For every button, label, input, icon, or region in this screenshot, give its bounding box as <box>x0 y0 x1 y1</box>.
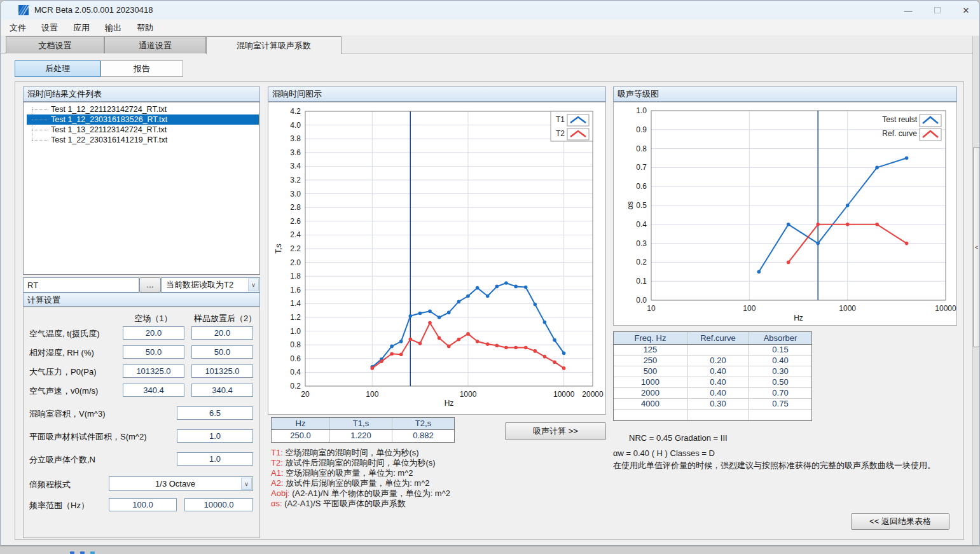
grade-table-cell: 0.75 <box>749 399 811 409</box>
svg-text:1000: 1000 <box>460 390 477 399</box>
chevron-down-icon: ∨ <box>248 279 259 291</box>
tree-connector <box>32 109 48 110</box>
svg-text:0.8: 0.8 <box>290 340 301 349</box>
data-read-mode-select[interactable]: 当前数据读取为T2 ∨ <box>161 277 260 293</box>
tab-channel-settings[interactable]: 通道设置 <box>104 36 206 53</box>
grade-table-cell <box>687 410 749 420</box>
pressure-2-input[interactable] <box>191 364 253 378</box>
svg-text:T1: T1 <box>556 115 565 124</box>
grade-table[interactable]: Freq. Hz Ref.curve Absorber 1250.152500.… <box>613 331 812 421</box>
legend-note-line: A2: 放试件后混响室的吸声量，单位为: m^2 <box>271 478 450 488</box>
menu-item-0[interactable]: 文件 <box>2 20 34 36</box>
humidity-2-input[interactable] <box>191 345 253 359</box>
grade-table-row[interactable]: 5000.400.30 <box>614 366 811 377</box>
menu-item-1[interactable]: 设置 <box>34 20 66 36</box>
svg-text:10: 10 <box>647 304 656 313</box>
tab-reverb-absorption[interactable]: 混响室计算吸声系数 <box>206 36 342 54</box>
row-label-absorber-count: 分立吸声体个数,N <box>29 454 95 466</box>
svg-text:0.6: 0.6 <box>290 354 301 363</box>
file-list[interactable]: Test 1_12_221123142724_RT.txtTest 1_12_2… <box>23 102 260 275</box>
svg-text:2.0: 2.0 <box>290 258 301 267</box>
sound-speed-1-input[interactable] <box>123 384 184 397</box>
grade-table-cell: 1000 <box>614 377 687 387</box>
menu-item-2[interactable]: 应用 <box>66 20 97 36</box>
grade-table-cell: 0.30 <box>749 366 811 377</box>
svg-text:0.5: 0.5 <box>636 201 647 210</box>
grade-table-cell: 4000 <box>614 399 687 409</box>
rt-suffix-input[interactable] <box>23 277 139 293</box>
pressure-1-input[interactable] <box>123 364 184 378</box>
rt-chart[interactable]: 0.20.40.60.81.01.21.41.61.82.02.22.42.62… <box>268 102 606 415</box>
grade-col-freq: Freq. Hz <box>614 332 687 344</box>
tab-document-settings[interactable]: 文档设置 <box>6 36 104 53</box>
legend-note-line: Aobj: (A2-A1)/N 单个物体的吸声量，单位为: m^2 <box>271 488 450 499</box>
freq-max-input[interactable] <box>184 498 253 511</box>
svg-text:10000: 10000 <box>935 304 956 313</box>
maximize-button[interactable] <box>923 1 952 20</box>
grade-table-row[interactable]: 20000.400.70 <box>614 388 811 399</box>
row-label-humidity: 相对湿度, RH (%) <box>29 347 94 359</box>
svg-text:0.9: 0.9 <box>636 125 647 134</box>
svg-text:10000: 10000 <box>553 390 575 399</box>
rt-chart-svg: 0.20.40.60.81.01.21.41.61.82.02.22.42.62… <box>268 102 605 414</box>
grade-table-row[interactable]: 2500.200.40 <box>614 356 811 366</box>
browse-button[interactable]: ... <box>139 277 161 293</box>
file-list-item[interactable]: Test 1_12_221123142724_RT.txt <box>27 104 259 114</box>
minimize-button[interactable]: — <box>894 1 923 20</box>
back-to-results-button[interactable]: << 返回结果表格 <box>851 513 949 530</box>
grade-chart-header: 吸声等级图 <box>613 87 957 102</box>
grade-table-row[interactable]: 40000.300.75 <box>614 399 811 410</box>
grade-col-absorber: Absorber <box>749 332 811 344</box>
grade-table-cell: 250 <box>614 356 687 366</box>
svg-text:4.2: 4.2 <box>290 107 301 116</box>
svg-text:3.4: 3.4 <box>290 162 301 170</box>
svg-text:T2: T2 <box>556 129 565 138</box>
screen: { "window": { "title": "MCR Beta 2.05.0.… <box>0 0 980 554</box>
svg-text:1.6: 1.6 <box>290 286 301 294</box>
app-window: MCR Beta 2.05.0.001 20230418 — ✕ 文件设置应用输… <box>0 0 980 546</box>
room-volume-input[interactable] <box>177 406 253 420</box>
octave-mode-select[interactable]: 1/3 Octave ∨ <box>109 476 253 491</box>
rt-chart-header: 混响时间图示 <box>268 87 606 102</box>
grade-table-cell: 0.40 <box>749 356 811 366</box>
humidity-1-input[interactable] <box>123 345 184 359</box>
sample-area-input[interactable] <box>177 429 253 443</box>
grade-table-row[interactable]: 10000.400.50 <box>614 377 811 388</box>
svg-text:T,s: T,s <box>274 244 283 253</box>
rt-value-table[interactable]: Hz T1,s T2,s 250.0 1.220 0.882 <box>271 417 455 443</box>
temperature-2-input[interactable] <box>191 326 253 340</box>
svg-text:3.8: 3.8 <box>290 134 301 143</box>
grade-table-row[interactable]: 1250.15 <box>614 345 811 356</box>
rt-table-t2-value: 0.882 <box>392 430 454 442</box>
sound-speed-2-input[interactable] <box>191 384 253 397</box>
desktop-strip <box>0 546 980 554</box>
temperature-1-input[interactable] <box>123 326 184 340</box>
svg-text:3.2: 3.2 <box>290 176 301 184</box>
row-label-temperature: 空气温度, t(摄氏度) <box>29 328 100 340</box>
nrc-result-text: NRC = 0.45 Gradation = III <box>629 433 728 443</box>
subtab-postprocess[interactable]: 后处理 <box>15 60 100 77</box>
file-list-header: 混时间结果文件列表 <box>23 87 260 102</box>
svg-text:2.6: 2.6 <box>290 217 301 226</box>
file-list-item[interactable]: Test 1_13_221123142724_RT.txt <box>27 125 259 135</box>
absorption-calc-button[interactable]: 吸声计算 >> <box>505 422 606 440</box>
file-list-item[interactable]: Test 1_22_230316141219_RT.txt <box>27 135 259 145</box>
row-label-octave-mode: 倍频程模式 <box>29 479 71 490</box>
absorber-count-input[interactable] <box>177 452 253 466</box>
svg-text:1.8: 1.8 <box>290 272 301 280</box>
svg-text:0.4: 0.4 <box>636 220 647 229</box>
freq-min-input[interactable] <box>109 498 177 511</box>
file-list-item[interactable]: Test 1_12_230316183526_RT.txt <box>27 114 259 125</box>
svg-text:Hz: Hz <box>445 399 454 408</box>
svg-text:Hz: Hz <box>794 314 803 322</box>
advice-text: 在使用此单值评价量的时候，强烈建议与按照标准获得的完整的吸声系数曲线一块使用。 <box>613 460 935 471</box>
octave-mode-value: 1/3 Octave <box>109 477 241 490</box>
close-button[interactable]: ✕ <box>951 1 980 20</box>
grade-chart[interactable]: 0.00.10.20.30.40.50.60.70.80.91.01010010… <box>613 102 957 326</box>
menu-item-4[interactable]: 帮助 <box>129 20 161 36</box>
row-label-freq-range: 频率范围（Hz） <box>29 500 89 511</box>
collapse-panel-button[interactable]: < <box>973 147 980 347</box>
grade-table-row[interactable] <box>614 410 811 420</box>
menu-item-3[interactable]: 输出 <box>97 20 129 36</box>
subtab-report[interactable]: 报告 <box>100 60 183 77</box>
